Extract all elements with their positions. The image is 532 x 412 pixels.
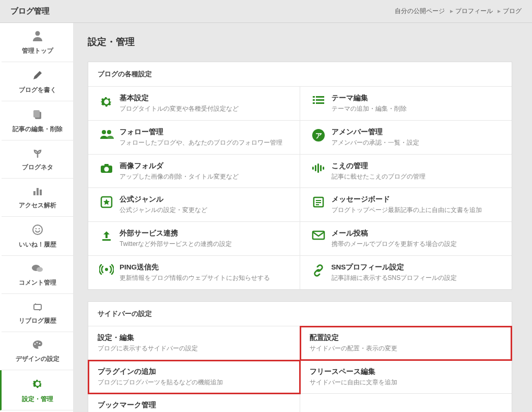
sidebar-setting-layout[interactable]: 配置設定サイドバーの配置・表示の変更 <box>300 326 512 360</box>
broadcast-icon <box>98 263 115 275</box>
svg-point-0 <box>35 31 40 36</box>
svg-rect-20 <box>316 102 324 104</box>
page-title: ブログ管理 <box>10 6 50 16</box>
setting-amember[interactable]: ア アメンバー管理アメンバーの承認・一覧・設定 <box>300 121 512 155</box>
link-icon <box>310 263 327 277</box>
svg-rect-4 <box>37 188 39 195</box>
sidebar-item-reblog[interactable]: リブログ履歴 <box>2 294 73 332</box>
setting-desc: フォローしたブログや、あなたのブログのフォロワー管理 <box>120 138 291 147</box>
pencil-icon <box>5 69 70 83</box>
board-icon <box>310 195 327 208</box>
topbar: ブログ管理 自分の公開ページ ▸プロフィール ▸ブログ <box>0 0 532 23</box>
setting-external[interactable]: 外部サービス連携Twitterなど外部サービスとの連携の設定 <box>88 222 300 256</box>
palette-icon <box>5 339 70 351</box>
sidebar-item-like-history[interactable]: いいね！履歴 <box>2 217 73 256</box>
svg-rect-26 <box>104 164 109 166</box>
svg-rect-28 <box>312 167 314 170</box>
setting-image-folder[interactable]: 画像フォルダアップした画像の削除・タイトル変更など <box>88 155 300 189</box>
svg-rect-2 <box>33 110 40 117</box>
link-profile[interactable]: プロフィール <box>455 7 493 15</box>
bar-chart-icon <box>5 186 70 198</box>
gear-icon <box>5 378 70 392</box>
sidebar-setting-plugin[interactable]: プラグインの追加ブログにブログパーツを貼るなどの機能追加 <box>88 360 300 394</box>
svg-rect-37 <box>316 204 319 205</box>
main-content: 設定・管理 ブログの各種設定 基本設定ブログタイトルの変更や各種受付設定など テ… <box>73 23 532 412</box>
svg-point-22 <box>107 130 111 134</box>
setting-title: メール投稿 <box>332 229 504 238</box>
setting-desc: ブログにブログパーツを貼るなどの機能追加 <box>98 378 291 387</box>
sidebar-item-settings[interactable]: 設定・管理 <box>0 370 73 410</box>
sidebar-setting-bookmark[interactable]: ブックマーク管理お気に入りのサイトを登録してサイドバーに表示 <box>88 394 300 412</box>
section-blog-settings: ブログの各種設定 基本設定ブログタイトルの変更や各種受付設定など テーマ編集テー… <box>88 62 512 290</box>
svg-point-13 <box>36 342 38 344</box>
setting-title: 外部サービス連携 <box>120 229 291 238</box>
setting-desc: アメンバーの承認・一覧・設定 <box>332 138 504 147</box>
setting-voice[interactable]: こえの管理記事に載せたこえのブログの管理 <box>300 155 512 189</box>
setting-desc: サイドバーに自由に文章を追加 <box>310 378 504 387</box>
sidebar-item-label: 記事の編集・削除 <box>13 125 63 133</box>
svg-text:ア: ア <box>315 132 322 139</box>
setting-message-board[interactable]: メッセージボードブログトップページ最新記事の上に自由に文書を追加 <box>300 188 512 222</box>
sidebar-setting-freespace[interactable]: フリースペース編集サイドバーに自由に文章を追加 <box>300 360 512 394</box>
mail-icon <box>310 229 327 240</box>
section-header: ブログの各種設定 <box>88 62 512 87</box>
sidebar-item-label: アクセス解析 <box>19 202 56 209</box>
sidebar-setting-edit[interactable]: 設定・編集ブログに表示するサイドバーの設定 <box>88 326 300 360</box>
setting-theme[interactable]: テーマ編集テーマの追加・編集・削除 <box>300 87 512 121</box>
svg-rect-35 <box>316 200 321 201</box>
copy-icon <box>5 109 70 122</box>
setting-mail-post[interactable]: メール投稿携帯のメールでブログを更新する場合の設定 <box>300 222 512 256</box>
amember-icon: ア <box>310 127 327 142</box>
svg-point-8 <box>38 228 39 229</box>
link-blog[interactable]: ブログ <box>503 7 522 15</box>
sidebar-item-blog-neta[interactable]: ブログネタ <box>2 140 73 179</box>
setting-title: ブックマーク管理 <box>98 401 291 410</box>
topbar-links: 自分の公開ページ ▸プロフィール ▸ブログ <box>395 7 522 16</box>
setting-title: プラグインの追加 <box>98 367 291 376</box>
svg-rect-16 <box>316 96 324 98</box>
svg-rect-18 <box>316 99 324 101</box>
people-icon <box>98 127 115 140</box>
sidebar-item-design[interactable]: デザインの設定 <box>2 332 73 370</box>
svg-rect-29 <box>315 165 316 171</box>
svg-rect-15 <box>313 96 315 98</box>
setting-title: メッセージボード <box>332 195 504 204</box>
setting-ping[interactable]: PING送信先更新情報をブログ情報のウェブサイトにお知らせする <box>88 256 300 289</box>
sidebar-item-analytics[interactable]: アクセス解析 <box>2 179 73 217</box>
setting-desc: 記事に載せたこえのブログの管理 <box>332 172 504 181</box>
sidebar-item-edit-delete[interactable]: 記事の編集・削除 <box>2 101 73 140</box>
setting-desc: 更新情報をブログ情報のウェブサイトにお知らせする <box>120 274 291 282</box>
setting-basic[interactable]: 基本設定ブログタイトルの変更や各種受付設定など <box>88 87 300 121</box>
sprout-icon <box>5 148 70 160</box>
list-icon <box>310 93 327 106</box>
sidebar-item-label: 管理トップ <box>22 47 53 54</box>
svg-rect-32 <box>323 167 324 170</box>
sidebar-item-label: リブログ履歴 <box>19 317 56 324</box>
svg-rect-19 <box>313 102 315 104</box>
sidebar-item-label: デザインの設定 <box>16 355 60 362</box>
camera-icon <box>98 161 115 174</box>
setting-title: SNSプロフィール設定 <box>332 263 504 272</box>
sidebar-item-write[interactable]: ブログを書く <box>2 62 73 101</box>
section-header: サイドバーの設定 <box>88 302 512 326</box>
setting-sns-profile[interactable]: SNSプロフィール設定記事詳細に表示するSNSプロフィールの設定 <box>300 256 512 289</box>
sidebar-item-label: ブログを書く <box>19 86 56 93</box>
setting-desc: Twitterなど外部サービスとの連携の設定 <box>120 240 291 249</box>
sidebar-item-comments[interactable]: コメント管理 <box>2 256 73 294</box>
setting-title: こえの管理 <box>332 161 504 171</box>
setting-desc: テーマの追加・編集・削除 <box>332 104 504 113</box>
sidebar-item-admin-top[interactable]: 管理トップ <box>2 23 73 62</box>
setting-follow[interactable]: フォロー管理フォローしたブログや、あなたのブログのフォロワー管理 <box>88 121 300 155</box>
setting-title: 設定・編集 <box>98 333 291 343</box>
svg-point-12 <box>34 344 36 345</box>
svg-point-7 <box>35 228 36 229</box>
setting-desc: 携帯のメールでブログを更新する場合の設定 <box>332 240 504 249</box>
setting-desc: サイドバーの配置・表示の変更 <box>310 344 504 353</box>
setting-desc: アップした画像の削除・タイトル変更など <box>120 172 291 181</box>
setting-genre[interactable]: 公式ジャンル公式ジャンルの設定・変更など <box>88 188 300 222</box>
svg-rect-3 <box>33 191 36 195</box>
person-icon <box>5 30 70 43</box>
sidebar-item-label: コメント管理 <box>19 279 56 286</box>
smile-icon <box>5 224 70 237</box>
setting-desc: ブログに表示するサイドバーの設定 <box>98 344 291 353</box>
